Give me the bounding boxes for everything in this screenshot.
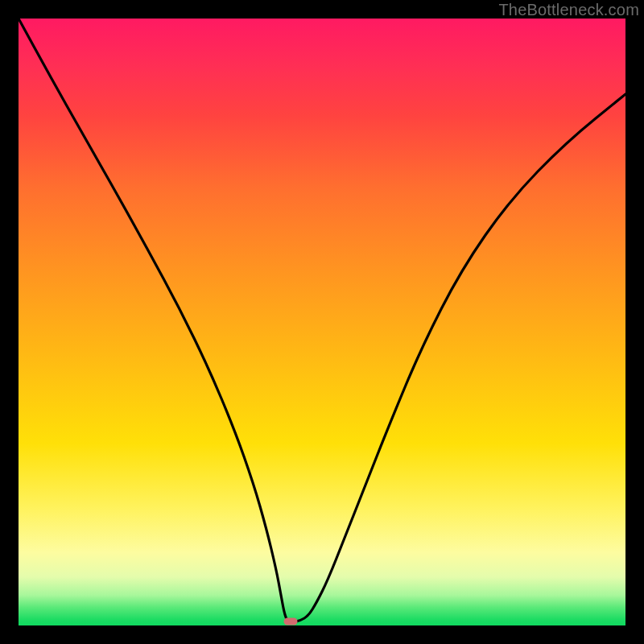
plot-area	[19, 19, 625, 625]
chart-frame: TheBottleneck.com	[0, 0, 644, 644]
bottleneck-curve	[19, 19, 625, 622]
bottleneck-marker	[284, 618, 298, 625]
watermark-text: TheBottleneck.com	[498, 1, 639, 19]
curve-svg	[19, 19, 625, 625]
